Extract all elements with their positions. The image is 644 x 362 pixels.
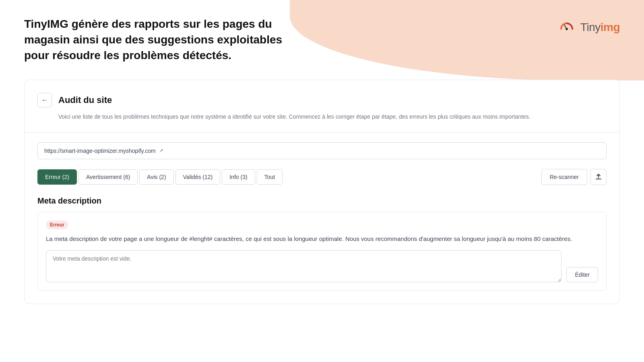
- edit-button[interactable]: Éditer: [566, 267, 598, 282]
- error-badge: Erreur: [46, 220, 68, 229]
- back-button[interactable]: ←: [37, 93, 52, 107]
- page-header: TinyIMG génère des rapports sur les page…: [24, 16, 620, 64]
- card-header: ← Audit du site: [37, 93, 607, 107]
- main-card: ← Audit du site Voici une liste de tous …: [24, 80, 620, 304]
- error-message: La meta description de votre page a une …: [46, 234, 598, 244]
- logo-icon: [557, 18, 576, 37]
- divider: [25, 132, 619, 133]
- tab-tout[interactable]: Tout: [257, 169, 283, 185]
- logo-text: Tinyimg: [580, 21, 620, 34]
- tabs-row: Erreur (2) Avertissement (6) Avis (2) Va…: [37, 169, 607, 185]
- meta-input-row: Éditer: [46, 250, 598, 282]
- url-bar: https://smart-image-optimizer.myshopify.…: [37, 142, 607, 159]
- logo: Tinyimg: [557, 18, 620, 37]
- section-title: Meta description: [37, 196, 607, 206]
- tab-actions: Re-scanner: [541, 169, 607, 185]
- error-card: Erreur La meta description de votre page…: [37, 212, 607, 291]
- header-text: TinyIMG génère des rapports sur les page…: [24, 16, 306, 64]
- tab-avis[interactable]: Avis (2): [139, 169, 173, 185]
- tab-erreur[interactable]: Erreur (2): [37, 169, 77, 185]
- svg-point-2: [566, 28, 568, 30]
- header-title: TinyIMG génère des rapports sur les page…: [24, 16, 306, 64]
- meta-description-textarea[interactable]: [46, 250, 561, 282]
- svg-rect-3: [596, 179, 601, 179]
- export-icon: [595, 173, 602, 181]
- rescan-button[interactable]: Re-scanner: [541, 169, 587, 185]
- url-text: https://smart-image-optimizer.myshopify.…: [44, 148, 156, 154]
- card-title: Audit du site: [58, 95, 112, 105]
- tab-avertissement[interactable]: Avertissement (6): [78, 169, 138, 185]
- external-link-icon: ↗: [159, 148, 163, 154]
- card-description: Voici une liste de tous les problèmes te…: [37, 112, 607, 121]
- export-button[interactable]: [590, 169, 607, 185]
- tab-info[interactable]: Info (3): [222, 169, 255, 185]
- tabs-container: Erreur (2) Avertissement (6) Avis (2) Va…: [37, 169, 283, 185]
- tab-valides[interactable]: Validés (12): [175, 169, 221, 185]
